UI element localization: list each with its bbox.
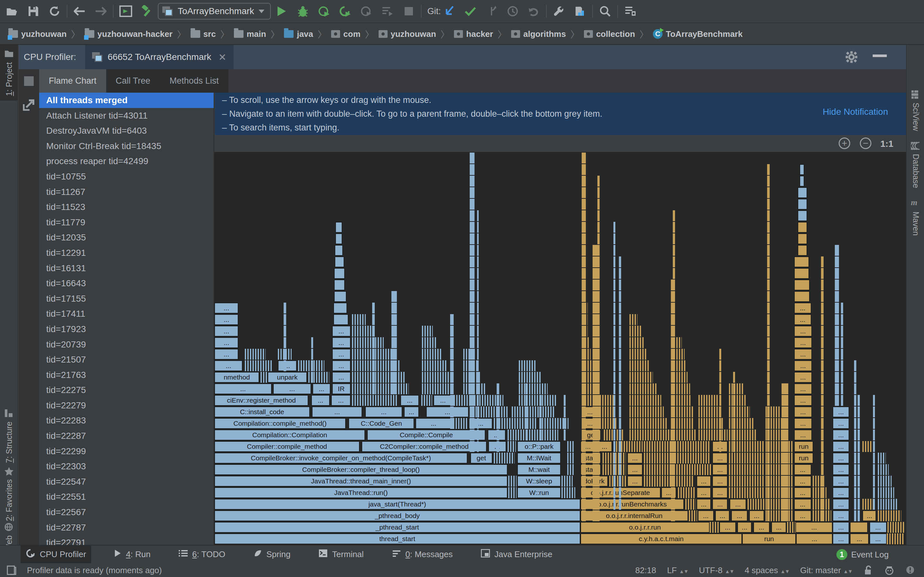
- flame-frame[interactable]: C2Compiler::compile_method: [362, 441, 487, 452]
- flame-frame[interactable]: ...: [433, 395, 452, 406]
- flame-frame[interactable]: CompileBroker::invoke_compiler_on_method…: [214, 453, 467, 464]
- flame-frame[interactable]: [494, 453, 515, 464]
- flame-frame[interactable]: ...: [794, 406, 812, 417]
- flame-frame[interactable]: ...: [404, 406, 419, 417]
- indent-widget[interactable]: 4 spaces ▲▼: [745, 566, 789, 575]
- toolwindow-stripe-sciview[interactable]: SciView: [907, 90, 924, 131]
- flame-frame[interactable]: [630, 360, 650, 371]
- expand-export-icon[interactable]: [23, 98, 35, 111]
- flame-frame[interactable]: CompileBroker::compiler_thread_loop(): [214, 464, 507, 475]
- thread-list-item[interactable]: tid=22279: [39, 398, 214, 413]
- flame-frame[interactable]: ...: [833, 510, 849, 521]
- flame-frame[interactable]: [674, 418, 695, 429]
- flame-frame[interactable]: [630, 395, 661, 406]
- zoom-out-button[interactable]: −: [860, 137, 871, 149]
- thread-list-item[interactable]: process reaper tid=42499: [39, 153, 214, 169]
- flame-frame[interactable]: [352, 314, 366, 325]
- thread-list-item[interactable]: tid=16131: [39, 261, 214, 276]
- flame-frame[interactable]: [766, 441, 793, 452]
- thread-list-item[interactable]: All threads merged: [39, 93, 214, 108]
- thread-list-item[interactable]: tid=10755: [39, 169, 214, 184]
- flame-frame[interactable]: [334, 256, 344, 268]
- flame-chart[interactable]: thread_startc.y.h.a.c.t.mainrun.........…: [214, 152, 906, 545]
- flame-frame[interactable]: IR: [332, 384, 351, 394]
- tab-flame-chart[interactable]: Flame Chart: [39, 69, 106, 93]
- flame-frame[interactable]: ...: [401, 395, 419, 406]
- flame-column[interactable]: [391, 291, 397, 394]
- flame-frame[interactable]: [887, 522, 904, 533]
- flame-frame[interactable]: ...: [753, 522, 770, 533]
- flame-frame[interactable]: [766, 476, 793, 487]
- flame-frame[interactable]: [335, 222, 342, 233]
- flame-frame[interactable]: [674, 372, 688, 383]
- toolwindow-stripe-project[interactable]: 1: Project: [0, 45, 18, 101]
- flame-frame[interactable]: [698, 430, 728, 440]
- thread-list-item[interactable]: tid=22303: [39, 459, 214, 474]
- flame-frame[interactable]: ...: [794, 487, 811, 498]
- flame-frame[interactable]: ...: [794, 476, 811, 487]
- flame-frame[interactable]: _pthread_body: [214, 510, 580, 521]
- flame-frame[interactable]: [454, 395, 503, 406]
- open-folder-icon[interactable]: [6, 5, 19, 18]
- flame-frame[interactable]: [630, 406, 664, 417]
- flame-frame[interactable]: ...: [737, 522, 752, 533]
- back-icon[interactable]: [73, 5, 86, 18]
- flame-frame[interactable]: ...: [214, 303, 238, 314]
- flame-frame[interactable]: [729, 406, 750, 417]
- flame-frame[interactable]: [630, 349, 648, 359]
- toolwindow-stripe-database[interactable]: Database: [907, 141, 924, 188]
- flame-frame[interactable]: [878, 464, 889, 475]
- flame-column[interactable]: [497, 384, 499, 452]
- flame-frame[interactable]: ...: [332, 360, 351, 371]
- flame-frame[interactable]: [729, 453, 764, 464]
- breadcrumb-item[interactable]: CToArrayBenchmark: [653, 29, 742, 39]
- thread-list-item[interactable]: tid=17923: [39, 322, 214, 337]
- flame-frame[interactable]: ...: [415, 418, 451, 429]
- flame-frame[interactable]: JavaThread::run(): [214, 487, 507, 498]
- flame-frame[interactable]: ...: [833, 499, 849, 510]
- flame-frame[interactable]: [766, 499, 793, 510]
- encoding-widget[interactable]: UTF-8 ▲▼: [699, 566, 734, 575]
- flame-column[interactable]: [873, 395, 875, 510]
- flame-frame[interactable]: [352, 337, 384, 348]
- thread-list-item[interactable]: tid=22547: [39, 474, 214, 490]
- sync-icon[interactable]: [48, 5, 61, 18]
- flame-frame[interactable]: ...: [715, 510, 730, 521]
- flame-frame[interactable]: [674, 349, 685, 359]
- build-hammer-icon[interactable]: [141, 5, 153, 18]
- flame-frame[interactable]: ...: [426, 406, 469, 417]
- flame-frame[interactable]: [766, 510, 793, 521]
- flame-frame[interactable]: ...: [794, 314, 811, 325]
- flame-frame[interactable]: [674, 384, 690, 394]
- flame-frame[interactable]: ...: [627, 464, 642, 475]
- thread-list-item[interactable]: tid=22787: [39, 520, 214, 535]
- flame-frame[interactable]: ...: [214, 326, 238, 337]
- breadcrumb-item[interactable]: main: [234, 29, 266, 39]
- gear-icon[interactable]: [845, 51, 858, 63]
- flame-frame[interactable]: [674, 360, 686, 371]
- flame-frame[interactable]: ...: [312, 406, 362, 417]
- flame-frame[interactable]: [800, 164, 804, 175]
- flame-frame[interactable]: ...: [771, 522, 787, 533]
- flame-frame[interactable]: [352, 326, 374, 337]
- thread-list-item[interactable]: tid=22567: [39, 504, 214, 520]
- flame-frame[interactable]: JavaThread::thread_main_inner(): [214, 476, 507, 487]
- breadcrumb-item[interactable]: collection: [584, 29, 635, 39]
- thread-list-item[interactable]: tid=22275: [39, 382, 214, 398]
- thread-list-item[interactable]: tid=12291: [39, 245, 214, 261]
- flame-frame[interactable]: [748, 499, 764, 510]
- flame-frame[interactable]: _pthread_start: [214, 522, 580, 533]
- toolbar-run-button[interactable]: 4: Run: [109, 545, 156, 563]
- breadcrumb-item[interactable]: algorithms: [511, 29, 566, 39]
- thread-list-item[interactable]: tid=22287: [39, 428, 214, 444]
- run-with-coverage-button[interactable]: [318, 5, 330, 18]
- flame-frame[interactable]: ...: [833, 430, 849, 440]
- toolbar-messages-button[interactable]: 0: Messages: [387, 545, 458, 563]
- flame-frame[interactable]: [630, 418, 668, 429]
- flame-frame[interactable]: ...: [794, 384, 812, 394]
- flame-frame[interactable]: [422, 337, 437, 348]
- caret-position[interactable]: 82:18: [635, 566, 656, 575]
- flame-frame[interactable]: [470, 406, 509, 417]
- flame-frame[interactable]: [529, 430, 558, 440]
- run-configuration-select[interactable]: ToArrayBenchmark: [158, 3, 271, 19]
